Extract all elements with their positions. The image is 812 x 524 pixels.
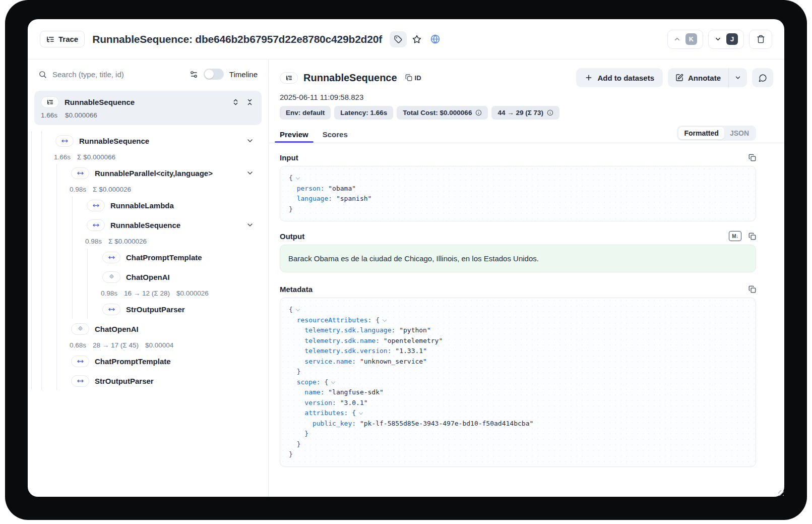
tree-item[interactable]: StrOutputParser xyxy=(28,300,268,319)
stat-badge-text: Latency: 1.66s xyxy=(340,109,387,117)
add-to-datasets-label: Add to datasets xyxy=(597,74,654,82)
chevron-down-icon[interactable] xyxy=(246,221,254,229)
nav-next-button[interactable]: J xyxy=(708,30,744,49)
tree-item-label: RunnableSequence xyxy=(79,137,149,145)
tokens-value: Σ $0.000026 xyxy=(108,238,147,245)
json-key: public_key xyxy=(313,420,352,427)
tree-item[interactable]: RunnableSequence xyxy=(28,215,268,235)
duration-value: 1.66s xyxy=(54,153,71,161)
app-window: Trace RunnableSequence: dbe646b2b67957d2… xyxy=(28,19,784,497)
format-json-option[interactable]: JSON xyxy=(724,127,755,139)
tree-item[interactable]: RunnableSequence xyxy=(28,131,268,151)
chevron-down-icon[interactable] xyxy=(246,169,254,177)
json-line: public_key: "pk-lf-5855d85e-3943-497e-bd… xyxy=(289,419,747,429)
metadata-section-label: Metadata xyxy=(280,285,313,294)
span-icon xyxy=(71,375,89,387)
chevron-down-icon[interactable] xyxy=(246,137,254,145)
expand-all-icon[interactable] xyxy=(232,98,239,106)
tree-item[interactable]: ChatPromptTemplate xyxy=(28,352,268,371)
tree-item[interactable]: StrOutputParser xyxy=(28,371,268,391)
span-icon xyxy=(71,167,89,179)
collapse-chevron-icon[interactable] xyxy=(296,307,300,311)
resize-grip[interactable] xyxy=(778,490,784,496)
id-label: ID xyxy=(415,74,421,82)
globe-icon[interactable] xyxy=(427,31,443,47)
copy-icon xyxy=(405,74,412,81)
trace-tree-panel: Timeline RunnableSequence xyxy=(28,60,269,497)
copy-metadata-button[interactable] xyxy=(748,285,756,293)
trash-icon xyxy=(757,35,765,43)
tokens-value: Σ $0.000026 xyxy=(93,186,131,193)
json-value: "pk-lf-5855d85e-3943-497e-bd10-f50ad414b… xyxy=(360,420,533,427)
trace-root-item[interactable]: RunnableSequence 1.66s $0.000066 xyxy=(34,91,262,125)
tree-item-meta: 1.66sΣ $0.000066 xyxy=(28,151,268,163)
json-value: "opentelemetry" xyxy=(384,337,443,344)
tree-item[interactable]: ChatPromptTemplate xyxy=(28,248,268,267)
collapse-all-icon[interactable] xyxy=(246,98,254,106)
json-key: telemetry.sdk.language xyxy=(304,326,391,334)
comment-button[interactable] xyxy=(752,68,773,87)
tree-item-label: ChatPromptTemplate xyxy=(126,253,202,262)
json-key: person xyxy=(297,185,321,192)
collapse-chevron-icon[interactable] xyxy=(359,411,363,415)
copy-input-button[interactable] xyxy=(748,154,756,161)
trace-badge-label: Trace xyxy=(58,35,78,43)
json-line: resourceAttributes: { xyxy=(289,315,747,326)
span-icon xyxy=(102,304,120,315)
json-key: language xyxy=(297,195,329,202)
observation-detail-panel: RunnableSequence ID Add to datasets xyxy=(269,60,784,497)
chevron-down-icon xyxy=(714,35,722,43)
json-line: } xyxy=(289,449,747,460)
json-line: attributes: { xyxy=(289,408,747,419)
star-icon[interactable] xyxy=(409,31,425,47)
filter-settings-icon[interactable] xyxy=(190,70,198,79)
delete-trace-button[interactable] xyxy=(749,30,772,49)
json-value: "spanish" xyxy=(336,195,371,202)
tag-icon[interactable] xyxy=(390,31,407,47)
tree-item[interactable]: RunnableParallel<city,language> xyxy=(28,163,268,183)
tokens-value: 16 → 12 (Σ 28) xyxy=(124,289,170,297)
json-line: { xyxy=(289,173,747,184)
span-icon xyxy=(87,219,105,231)
collapse-chevron-icon[interactable] xyxy=(296,176,300,180)
tree-item-label: ChatOpenAI xyxy=(126,273,170,281)
tree-item-label: StrOutputParser xyxy=(126,305,185,314)
nav-previous-button[interactable]: K xyxy=(667,30,703,49)
copy-icon xyxy=(748,285,756,293)
collapse-chevron-icon[interactable] xyxy=(383,317,387,321)
tab-preview[interactable]: Preview xyxy=(280,126,308,143)
comment-icon xyxy=(759,74,767,82)
duration-value: 0.98s xyxy=(85,238,102,245)
timeline-toggle[interactable] xyxy=(204,69,224,80)
info-icon[interactable] xyxy=(475,109,482,116)
collapse-chevron-icon[interactable] xyxy=(331,379,335,383)
annotate-button[interactable]: Annotate xyxy=(668,68,728,87)
search-input[interactable] xyxy=(52,70,184,79)
cost-value: $0.00004 xyxy=(145,341,173,349)
format-formatted-option[interactable]: Formatted xyxy=(678,127,724,139)
span-icon xyxy=(87,200,105,211)
stat-badge: Latency: 1.66s xyxy=(334,106,393,120)
tree-item[interactable]: RunnableLambda xyxy=(28,196,268,215)
search-icon xyxy=(38,70,47,79)
add-to-datasets-button[interactable]: Add to datasets xyxy=(576,68,663,87)
trace-root-label: RunnableSequence xyxy=(65,98,135,106)
annotate-dropdown-button[interactable] xyxy=(728,68,747,87)
trace-type-badge: Trace xyxy=(40,31,85,47)
input-section-label: Input xyxy=(280,153,298,162)
tree-item[interactable]: ChatOpenAI xyxy=(28,319,268,339)
copy-id-button[interactable]: ID xyxy=(405,74,421,82)
copy-output-button[interactable] xyxy=(748,232,756,240)
stat-badge-text: Env: default xyxy=(286,109,325,117)
plus-icon xyxy=(585,74,593,82)
json-line: telemetry.sdk.language: "python" xyxy=(289,325,747,336)
info-icon[interactable] xyxy=(547,109,553,116)
json-key: service.name xyxy=(304,358,352,365)
markdown-toggle-icon[interactable]: M↓ xyxy=(729,231,741,241)
shortcut-key-k: K xyxy=(685,33,697,45)
tab-scores[interactable]: Scores xyxy=(323,126,348,143)
generation-icon xyxy=(71,323,89,335)
json-line: person: "obama" xyxy=(289,184,747,194)
tree-item[interactable]: ChatOpenAI xyxy=(28,267,268,287)
annotate-label: Annotate xyxy=(688,74,721,82)
